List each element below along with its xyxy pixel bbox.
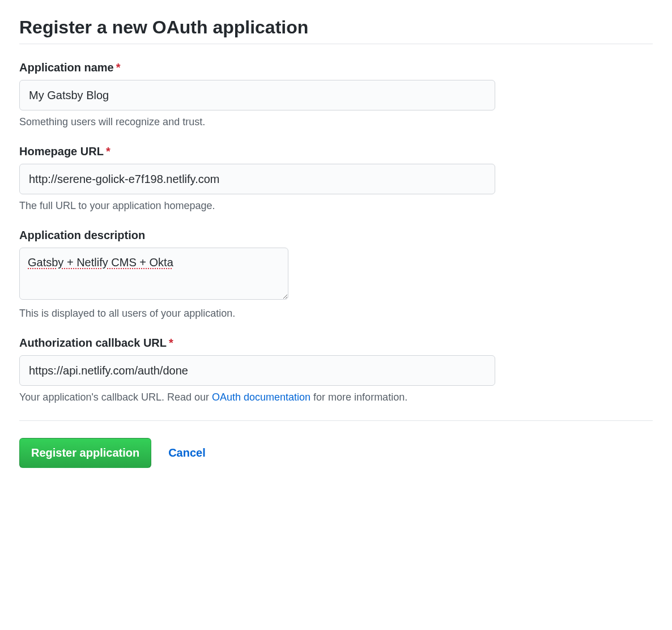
description-hint: This is displayed to all users of your a…: [19, 308, 653, 320]
page-title: Register a new OAuth application: [19, 17, 653, 44]
register-application-button[interactable]: Register application: [19, 438, 151, 468]
required-asterisk-icon: *: [169, 337, 173, 349]
required-asterisk-icon: *: [106, 145, 110, 158]
homepage-url-hint: The full URL to your application homepag…: [19, 200, 653, 212]
app-name-label: Application name*: [19, 61, 653, 74]
oauth-form: Application name* Something users will r…: [19, 61, 653, 468]
app-name-hint: Something users will recognize and trust…: [19, 116, 653, 128]
homepage-url-label: Homepage URL*: [19, 145, 653, 158]
field-application-name: Application name* Something users will r…: [19, 61, 653, 128]
description-textarea[interactable]: Gatsby + Netlify CMS + Okta: [19, 248, 288, 300]
app-name-label-text: Application name: [19, 61, 114, 74]
callback-hint-before: Your application's callback URL. Read ou…: [19, 391, 212, 403]
homepage-url-label-text: Homepage URL: [19, 145, 104, 158]
field-callback-url: Authorization callback URL* Your applica…: [19, 337, 653, 403]
callback-url-label: Authorization callback URL*: [19, 337, 653, 350]
divider: [19, 420, 653, 421]
cancel-button[interactable]: Cancel: [168, 446, 206, 459]
homepage-url-input[interactable]: [19, 164, 495, 194]
description-label: Application description: [19, 229, 653, 242]
field-homepage-url: Homepage URL* The full URL to your appli…: [19, 145, 653, 212]
callback-url-input[interactable]: [19, 355, 495, 386]
oauth-documentation-link[interactable]: OAuth documentation: [212, 391, 311, 403]
form-actions: Register application Cancel: [19, 438, 653, 468]
callback-url-label-text: Authorization callback URL: [19, 337, 167, 349]
app-name-input[interactable]: [19, 80, 495, 110]
required-asterisk-icon: *: [116, 61, 121, 74]
callback-url-hint: Your application's callback URL. Read ou…: [19, 391, 653, 403]
field-application-description: Application description Gatsby + Netlify…: [19, 229, 653, 320]
callback-hint-after: for more information.: [311, 391, 407, 403]
